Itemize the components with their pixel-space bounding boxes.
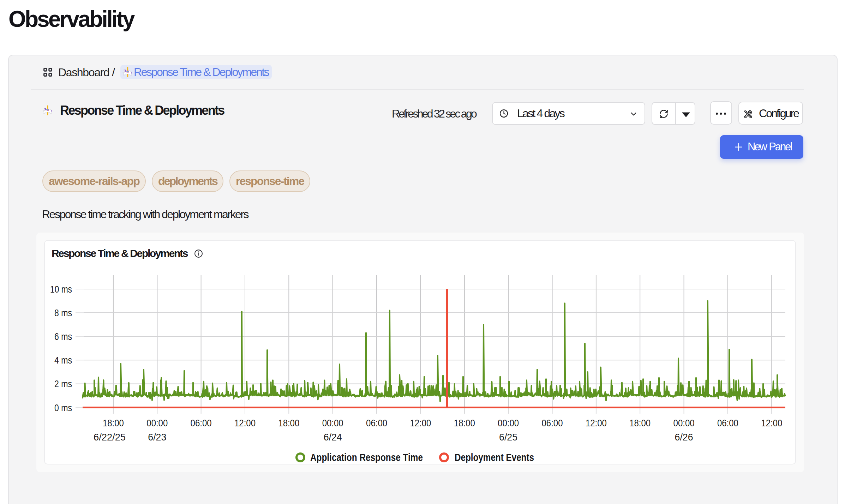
svg-text:18:00: 18:00 bbox=[454, 418, 475, 428]
svg-text:06:00: 06:00 bbox=[717, 418, 738, 428]
svg-text:6/22/25: 6/22/25 bbox=[94, 432, 126, 443]
svg-text:00:00: 00:00 bbox=[146, 418, 168, 428]
svg-text:18:00: 18:00 bbox=[103, 418, 124, 428]
svg-text:12:00: 12:00 bbox=[234, 418, 256, 428]
svg-text:6/25: 6/25 bbox=[499, 432, 517, 443]
svg-text:6 ms: 6 ms bbox=[54, 331, 72, 342]
svg-text:Deployment Events: Deployment Events bbox=[455, 452, 534, 463]
svg-text:4 ms: 4 ms bbox=[54, 355, 72, 366]
svg-text:6/23: 6/23 bbox=[148, 432, 166, 443]
svg-text:06:00: 06:00 bbox=[366, 418, 387, 428]
svg-text:06:00: 06:00 bbox=[542, 418, 563, 428]
svg-text:Application Response Time: Application Response Time bbox=[310, 452, 423, 463]
svg-text:00:00: 00:00 bbox=[322, 418, 343, 428]
svg-text:18:00: 18:00 bbox=[278, 418, 299, 428]
svg-text:10 ms: 10 ms bbox=[50, 284, 72, 295]
svg-text:8 ms: 8 ms bbox=[54, 308, 72, 318]
svg-text:12:00: 12:00 bbox=[761, 418, 782, 428]
svg-text:00:00: 00:00 bbox=[673, 418, 695, 428]
svg-text:6/24: 6/24 bbox=[324, 432, 342, 443]
svg-text:12:00: 12:00 bbox=[586, 418, 607, 428]
svg-text:6/26: 6/26 bbox=[675, 432, 693, 443]
svg-text:18:00: 18:00 bbox=[629, 418, 651, 428]
svg-text:2 ms: 2 ms bbox=[54, 379, 72, 389]
svg-text:12:00: 12:00 bbox=[410, 418, 431, 428]
svg-text:00:00: 00:00 bbox=[498, 418, 519, 428]
svg-text:0 ms: 0 ms bbox=[54, 403, 72, 413]
svg-text:06:00: 06:00 bbox=[191, 418, 212, 428]
